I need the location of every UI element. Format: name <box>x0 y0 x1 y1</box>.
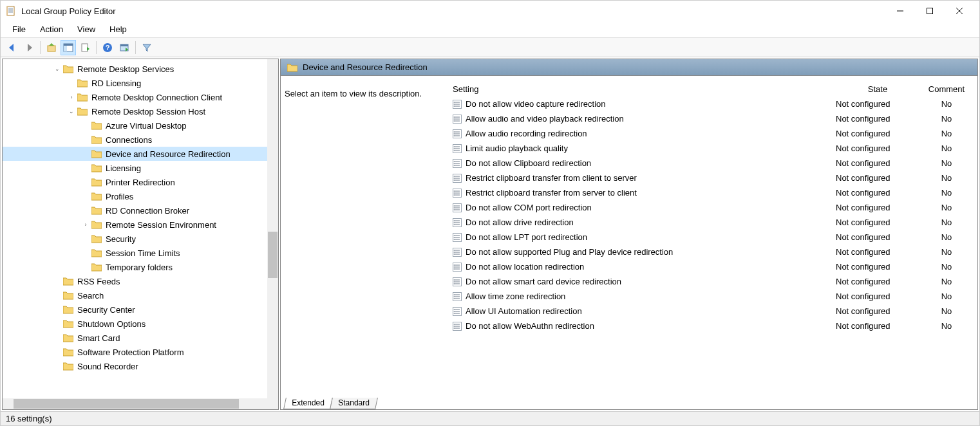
tree-node-remote-session-environment[interactable]: ›Remote Session Environment <box>3 218 278 232</box>
tab-standard[interactable]: Standard <box>330 398 378 409</box>
tree-node-security-center[interactable]: Security Center <box>3 302 278 317</box>
tree-node-device-resource-redirection[interactable]: Device and Resource Redirection <box>3 147 278 161</box>
setting-row[interactable]: Restrict clipboard transfer from server … <box>453 185 974 200</box>
setting-row[interactable]: Limit audio playback qualityNot configur… <box>453 141 974 156</box>
expand-icon[interactable]: › <box>67 93 76 102</box>
toolbar-separator <box>96 41 97 54</box>
setting-comment: No <box>919 158 974 168</box>
expand-icon[interactable]: › <box>81 220 90 229</box>
setting-row[interactable]: Do not allow Clipboard redirectionNot co… <box>453 156 974 171</box>
collapse-icon[interactable]: ⌄ <box>53 64 62 73</box>
help-button[interactable]: ? <box>100 40 115 55</box>
svg-point-94 <box>454 252 455 253</box>
policy-icon <box>453 233 462 242</box>
tree-panel: ⌄Remote Desktop Services RD Licensing ›R… <box>2 59 279 410</box>
maximize-button[interactable] <box>915 1 945 21</box>
setting-row[interactable]: Do not allow COM port redirectionNot con… <box>453 200 974 215</box>
tree-node-licensing[interactable]: Licensing <box>3 161 278 175</box>
tree-node-rd-licensing[interactable]: RD Licensing <box>3 76 278 90</box>
setting-row[interactable]: Do not allow WebAuthn redirectionNot con… <box>453 319 974 333</box>
main-area: ⌄Remote Desktop Services RD Licensing ›R… <box>1 57 979 411</box>
tree-node-connections[interactable]: Connections <box>3 133 278 147</box>
tree-node-azure-virtual-desktop[interactable]: Azure Virtual Desktop <box>3 118 278 133</box>
setting-row[interactable]: Do not allow drive redirectionNot config… <box>453 215 974 230</box>
properties-button[interactable] <box>117 40 132 55</box>
back-button[interactable] <box>5 40 20 55</box>
column-header-state[interactable]: State <box>836 84 919 94</box>
tree-node-rd-connection-broker[interactable]: RD Connection Broker <box>3 203 278 218</box>
tree-vertical-scrollbar[interactable] <box>267 59 278 398</box>
scrollbar-thumb[interactable] <box>268 232 278 278</box>
collapse-icon[interactable]: ⌄ <box>67 107 76 116</box>
tree-node-software-protection-platform[interactable]: Software Protection Platform <box>3 345 278 359</box>
tree-label: Profiles <box>106 192 133 201</box>
setting-state: Not configured <box>836 218 919 227</box>
filter-button[interactable] <box>139 40 155 55</box>
tree-node-rd-session-host[interactable]: ⌄Remote Desktop Session Host <box>3 104 278 118</box>
minimize-button[interactable] <box>885 1 915 21</box>
tree-node-session-time-limits[interactable]: Session Time Limits <box>3 246 278 260</box>
setting-comment: No <box>919 203 974 212</box>
scrollbar-thumb[interactable] <box>14 399 239 409</box>
tree-node-shutdown-options[interactable]: Shutdown Options <box>3 317 278 331</box>
setting-state: Not configured <box>836 173 919 183</box>
setting-row[interactable]: Allow audio and video playback redirecti… <box>453 111 974 126</box>
window-title: Local Group Policy Editor <box>21 6 885 16</box>
policy-icon <box>453 144 462 153</box>
menu-file[interactable]: File <box>6 23 32 35</box>
setting-row[interactable]: Do not allow supported Plug and Play dev… <box>453 245 974 259</box>
description-column: Select an item to view its description. <box>285 81 449 391</box>
setting-row[interactable]: Do not allow smart card device redirecti… <box>453 274 974 289</box>
tree-node-rd-connection-client[interactable]: ›Remote Desktop Connection Client <box>3 90 278 104</box>
tree-node-profiles[interactable]: Profiles <box>3 189 278 203</box>
tree-node-remote-desktop-services[interactable]: ⌄Remote Desktop Services <box>3 62 278 76</box>
tree-node-rss-feeds[interactable]: RSS Feeds <box>3 274 278 288</box>
folder-icon <box>91 135 102 144</box>
setting-row[interactable]: Allow time zone redirectionNot configure… <box>453 289 974 304</box>
setting-row[interactable]: Allow audio recording redirectionNot con… <box>453 126 974 141</box>
tree-label: Licensing <box>106 163 141 173</box>
tree-node-search[interactable]: Search <box>3 288 278 302</box>
tree-label: Smart Card <box>77 333 120 343</box>
menu-action[interactable]: Action <box>33 23 70 35</box>
setting-state: Not configured <box>836 321 919 331</box>
show-hide-tree-button[interactable] <box>61 40 76 55</box>
forward-button[interactable] <box>21 40 37 55</box>
folder-icon <box>91 263 102 272</box>
column-header-setting[interactable]: Setting <box>453 84 836 94</box>
view-tabs: Extended Standard <box>281 395 977 409</box>
up-button[interactable] <box>44 40 59 55</box>
svg-text:?: ? <box>106 44 110 51</box>
policy-icon <box>453 263 462 272</box>
tree-scroll: ⌄Remote Desktop Services RD Licensing ›R… <box>3 59 278 398</box>
tree-node-security[interactable]: Security <box>3 232 278 246</box>
setting-row[interactable]: Restrict clipboard transfer from client … <box>453 171 974 185</box>
svg-point-101 <box>454 266 455 268</box>
export-list-button[interactable] <box>77 40 93 55</box>
tree-label: Printer Redirection <box>106 178 175 187</box>
setting-comment: No <box>919 306 974 316</box>
tab-extended[interactable]: Extended <box>283 398 333 409</box>
setting-name: Limit audio playback quality <box>466 144 568 153</box>
policy-icon <box>453 307 462 316</box>
setting-row[interactable]: Do not allow LPT port redirectionNot con… <box>453 230 974 245</box>
menu-help[interactable]: Help <box>103 23 133 35</box>
svg-point-87 <box>454 237 455 238</box>
svg-point-32 <box>454 120 455 122</box>
menu-view[interactable]: View <box>71 23 102 35</box>
setting-row[interactable]: Allow UI Automation redirectionNot confi… <box>453 304 974 319</box>
policy-icon <box>453 292 462 301</box>
tree-horizontal-scrollbar[interactable] <box>3 398 278 409</box>
tree-label: RD Connection Broker <box>106 206 189 216</box>
folder-icon <box>91 206 102 215</box>
close-button[interactable] <box>945 1 974 21</box>
setting-row[interactable]: Do not allow video capture redirectionNo… <box>453 97 974 111</box>
setting-state: Not configured <box>836 129 919 138</box>
tree-node-temporary-folders[interactable]: Temporary folders <box>3 260 278 274</box>
tree-node-printer-redirection[interactable]: Printer Redirection <box>3 175 278 189</box>
folder-icon <box>91 248 102 257</box>
tree-node-smart-card[interactable]: Smart Card <box>3 331 278 345</box>
column-header-comment[interactable]: Comment <box>919 84 974 94</box>
tree-node-sound-recorder[interactable]: Sound Recorder <box>3 359 278 373</box>
setting-row[interactable]: Do not allow location redirectionNot con… <box>453 259 974 274</box>
